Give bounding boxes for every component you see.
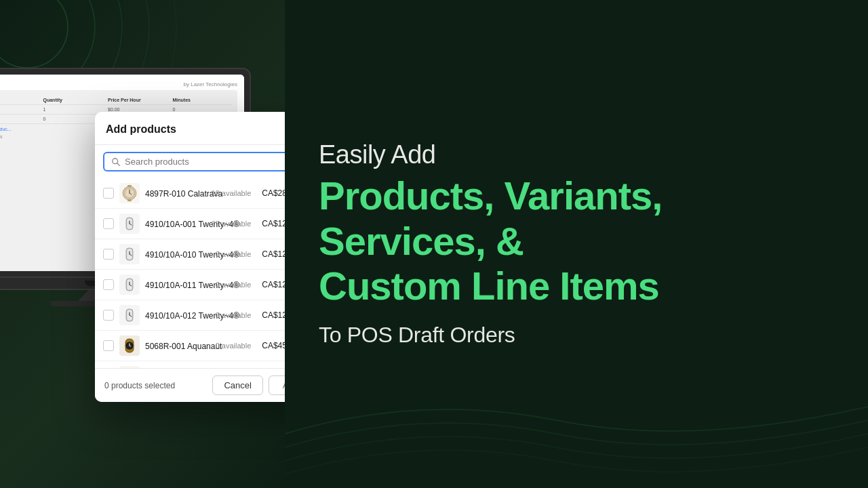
product-name-text: 4910/10A-011 Twenty~4® xyxy=(145,279,210,291)
product-list-item[interactable]: 4910/10A-010 Twenty~4® 0 available CA$12… xyxy=(95,239,285,270)
product-thumbnail xyxy=(119,244,140,264)
product-name-text: 4897R-010 Calatrava xyxy=(145,187,206,199)
wave-decoration xyxy=(285,352,868,488)
product-price: CA$12,480.00 xyxy=(262,310,285,320)
product-thumbnail xyxy=(119,366,140,368)
product-price: CA$12,480.00 xyxy=(262,219,285,228)
right-panel: Easily Add Products, Variants,Services, … xyxy=(285,0,868,488)
add-products-modal: Add products × 4897R-010 Calatrava 19 av… xyxy=(95,112,285,402)
product-thumbnail xyxy=(119,214,140,234)
product-price: CA$12,480.00 xyxy=(262,280,285,289)
product-list-item[interactable]: 4910/10A-011 Twenty~4® 0 available CA$12… xyxy=(95,270,285,300)
search-input-wrapper xyxy=(103,152,285,171)
product-price: CA$12,480.00 xyxy=(262,249,285,259)
col-e: e xyxy=(0,98,38,102)
col-price: Price Per Hour xyxy=(108,98,167,102)
add-button[interactable]: Add xyxy=(269,375,285,395)
product-checkbox[interactable] xyxy=(103,249,114,260)
product-availability: 0 available xyxy=(216,250,252,258)
product-price: CA$28,690.00 xyxy=(262,188,285,198)
product-availability: -67 available xyxy=(209,220,251,228)
modal-title: Add products xyxy=(106,123,176,136)
product-name-text: 4910/10A-001 Twenty~4® xyxy=(145,218,203,230)
product-checkbox[interactable] xyxy=(103,310,114,321)
easily-add-label: Easily Add xyxy=(319,140,827,169)
product-list-item[interactable]: 4897R-010 Calatrava 19 available CA$28,6… xyxy=(95,178,285,209)
laptop-brand: by Lazer Technologies xyxy=(0,81,237,87)
product-list: 4897R-010 Calatrava 19 available CA$28,6… xyxy=(95,178,285,368)
modal-search-area xyxy=(95,145,285,178)
product-checkbox[interactable] xyxy=(103,218,114,229)
main-tagline: Products, Variants,Services, &Custom Lin… xyxy=(319,174,827,309)
footer-buttons: Cancel Add xyxy=(212,375,285,395)
col-quantity: Quantity xyxy=(43,98,103,102)
product-availability: 0 available xyxy=(216,342,252,350)
product-list-item[interactable]: 5119-R-001 Calatrava 0 available CA$21,5… xyxy=(95,361,285,368)
product-list-item[interactable]: 4910/10A-012 Twenty~4® 0 available CA$12… xyxy=(95,300,285,331)
product-availability: 0 available xyxy=(216,281,252,289)
svg-point-0 xyxy=(0,0,68,68)
search-icon xyxy=(111,157,121,167)
svg-rect-11 xyxy=(127,185,132,187)
svg-line-6 xyxy=(117,163,120,165)
modal-header: Add products × xyxy=(95,112,285,145)
product-list-item[interactable]: 4910/10A-001 Twenty~4® -67 available CA$… xyxy=(95,209,285,239)
modal-footer: 0 products selected Cancel Add xyxy=(95,368,285,402)
product-availability: 0 available xyxy=(216,311,252,319)
product-list-item[interactable]: 5068R-001 Aquanaut 0 available CA$45,930… xyxy=(95,331,285,361)
product-name-text: 4910/10A-010 Twenty~4® xyxy=(145,248,210,260)
cancel-button[interactable]: Cancel xyxy=(212,375,262,395)
col-minutes: Minutes xyxy=(173,98,233,102)
product-checkbox[interactable] xyxy=(103,188,114,199)
svg-rect-12 xyxy=(127,199,132,201)
product-thumbnail xyxy=(119,305,140,325)
search-input[interactable] xyxy=(125,157,285,167)
product-name-text: 5068R-001 Aquanaut xyxy=(145,340,210,352)
selected-count-label: 0 products selected xyxy=(104,381,175,390)
product-name-text: 4910/10A-012 Twenty~4® xyxy=(145,309,210,321)
product-price: CA$45,930.00 xyxy=(262,341,285,350)
product-thumbnail xyxy=(119,183,140,203)
product-thumbnail xyxy=(119,274,140,295)
product-checkbox[interactable] xyxy=(103,340,114,351)
product-checkbox[interactable] xyxy=(103,279,114,290)
left-panel: by Lazer Technologies e Quantity Price P… xyxy=(0,0,285,488)
table-header-row: e Quantity Price Per Hour Minutes xyxy=(0,96,232,105)
product-availability: 19 available xyxy=(212,189,252,197)
sub-tagline: To POS Draft Orders xyxy=(319,323,827,348)
product-thumbnail xyxy=(119,336,140,356)
